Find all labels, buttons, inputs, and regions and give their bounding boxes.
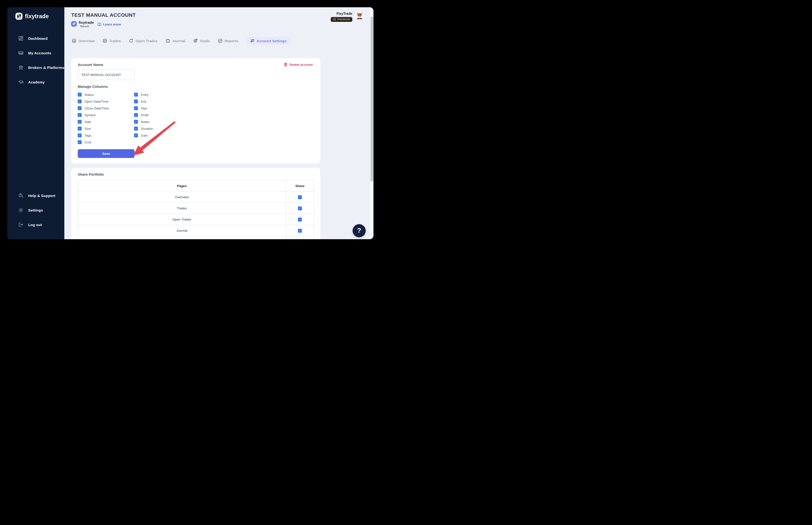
- page-title: TEST MANUAL ACCOUNT: [71, 12, 136, 18]
- checkbox-label: Gain: [141, 134, 148, 137]
- tab-label: Account Settings: [257, 39, 287, 43]
- account-name-input[interactable]: [78, 70, 134, 80]
- help-chat-icon: [18, 193, 24, 198]
- checkbox-checked[interactable]: [78, 133, 82, 137]
- checkbox-checked[interactable]: [78, 120, 82, 124]
- checkbox-checked[interactable]: [78, 100, 82, 103]
- share-checkbox-checked[interactable]: [298, 207, 302, 210]
- sidebar-menu: Dashboard My Accounts: [7, 31, 64, 89]
- share-checkbox-checked[interactable]: [298, 229, 302, 232]
- sidebar-item-label: Log out: [28, 223, 42, 227]
- column-toggle-size[interactable]: Size: [78, 125, 119, 132]
- premium-candlestick-icon: [333, 18, 336, 21]
- column-toggle-status[interactable]: Status: [78, 91, 119, 98]
- bank-icon: [18, 65, 24, 70]
- checkbox-checked[interactable]: [78, 126, 82, 131]
- delete-account-button[interactable]: Delete account: [284, 63, 313, 66]
- academy-cap-icon: [18, 79, 24, 85]
- sidebar-item-dashboard[interactable]: Dashboard: [7, 31, 64, 46]
- sidebar-item-log-out[interactable]: Log out: [7, 217, 64, 232]
- sidebar-item-label: Dashboard: [28, 36, 47, 41]
- trades-list-icon: [103, 39, 107, 43]
- avatar[interactable]: [355, 11, 364, 20]
- checkbox-checked[interactable]: [78, 106, 82, 110]
- columns-left: Status Open Date/Time Close Date/Time Sy…: [78, 91, 119, 146]
- sidebar-footer-menu: Help & Support Settings: [7, 188, 64, 232]
- sidebar-spacer: [7, 89, 64, 188]
- table-cell-share: [286, 236, 314, 239]
- tab-overview[interactable]: Overview: [72, 37, 95, 45]
- account-badge-type: Manual: [80, 25, 94, 28]
- checkbox-checked[interactable]: [134, 106, 138, 110]
- share-checkbox-checked[interactable]: [298, 217, 302, 222]
- table-cell-share: [286, 214, 314, 225]
- account-settings-card: Account Name Delete account Manage Colum…: [71, 58, 320, 164]
- tab-reports[interactable]: Reports: [218, 37, 238, 45]
- checkbox-checked[interactable]: [134, 113, 138, 117]
- logo-text: fixytrade: [25, 13, 49, 20]
- table-cell-page: [78, 236, 286, 239]
- tab-trades[interactable]: Trades: [103, 37, 121, 45]
- sidebar-item-label: My Accounts: [28, 51, 51, 55]
- sidebar-item-help-support[interactable]: Help & Support: [7, 188, 64, 203]
- column-toggle-cost[interactable]: Cost: [78, 139, 119, 146]
- checkbox-checked[interactable]: [134, 93, 138, 96]
- calendar-icon: [165, 39, 170, 43]
- column-toggle-gain[interactable]: Gain: [134, 132, 153, 139]
- checkbox-checked[interactable]: [134, 120, 138, 124]
- tab-goals[interactable]: Goals: [193, 37, 210, 45]
- sidebar-item-academy[interactable]: Academy: [7, 75, 64, 89]
- tab-open-trades[interactable]: Open Trades: [129, 37, 158, 45]
- checkbox-checked[interactable]: [134, 126, 138, 131]
- checkbox-label: Symbol: [85, 113, 96, 117]
- sidebar-item-brokers-platforms[interactable]: Brokers & Platforms: [7, 60, 64, 75]
- checkbox-checked[interactable]: [78, 140, 82, 144]
- table-row-journal: Journal: [78, 225, 314, 236]
- checkbox-checked[interactable]: [134, 100, 138, 103]
- tab-bar: Overview Trades Open Trades: [72, 37, 290, 45]
- table-row-open-trades: Open Trades: [78, 214, 314, 225]
- scrollbar-thumb[interactable]: [371, 16, 373, 181]
- app-logo[interactable]: fixytrade: [15, 13, 64, 20]
- checkbox-label: Notes: [141, 120, 149, 124]
- save-button[interactable]: Save: [78, 149, 134, 158]
- premium-badge[interactable]: PREMIUM: [331, 17, 352, 22]
- column-toggle-pips[interactable]: Pips: [134, 105, 153, 111]
- app-window: fixytrade Dashboard My Accounts: [7, 7, 374, 239]
- sidebar-item-my-accounts[interactable]: My Accounts: [7, 46, 64, 60]
- user-box: FixyTrade PREMIUM: [331, 11, 364, 22]
- tab-journal[interactable]: Journal: [165, 37, 185, 45]
- help-floating-button[interactable]: ?: [352, 224, 366, 237]
- sidebar-item-settings[interactable]: Settings: [7, 203, 64, 217]
- share-checkbox-checked[interactable]: [298, 195, 302, 199]
- column-toggle-side[interactable]: Side: [78, 118, 119, 125]
- account-type-row: fixytrade Manual Learn more: [71, 20, 121, 28]
- manage-columns-label: Manage Columns: [78, 85, 108, 89]
- checkbox-label: Pips: [141, 106, 147, 110]
- column-toggle-notes[interactable]: Notes: [134, 118, 153, 125]
- column-toggle-symbol[interactable]: Symbol: [78, 111, 119, 118]
- user-name: FixyTrade: [336, 12, 352, 16]
- fox-avatar-image: [355, 11, 364, 20]
- column-toggle-tags[interactable]: Tags: [78, 132, 119, 139]
- table-row-overview: Overview: [78, 191, 314, 202]
- column-toggle-duration[interactable]: Duration: [134, 125, 153, 132]
- column-toggle-close-date-time[interactable]: Close Date/Time: [78, 105, 119, 111]
- column-toggle-profit[interactable]: Profit: [134, 111, 153, 118]
- checkbox-label: Profit: [141, 113, 149, 117]
- column-toggle-open-date-time[interactable]: Open Date/Time: [78, 98, 119, 105]
- share-portfolio-table: Pages Share Overview Trades Open Trades: [78, 180, 314, 239]
- learn-more-link[interactable]: Learn more: [97, 22, 121, 27]
- column-toggle-exit[interactable]: Exit: [134, 98, 153, 105]
- gear-icon: [18, 207, 24, 213]
- scrollbar-track[interactable]: [370, 7, 374, 239]
- column-toggle-entry[interactable]: Entry: [134, 91, 153, 98]
- checkbox-label: Open Date/Time: [85, 100, 108, 103]
- sidebar-item-label: Academy: [28, 80, 45, 84]
- checkbox-checked[interactable]: [78, 113, 82, 117]
- tab-account-settings[interactable]: Account Settings: [246, 37, 290, 45]
- account-badge-brand: fixytrade: [79, 20, 94, 24]
- checkbox-checked[interactable]: [134, 133, 138, 137]
- checkbox-checked[interactable]: [78, 93, 82, 96]
- table-header-row: Pages Share: [78, 180, 314, 191]
